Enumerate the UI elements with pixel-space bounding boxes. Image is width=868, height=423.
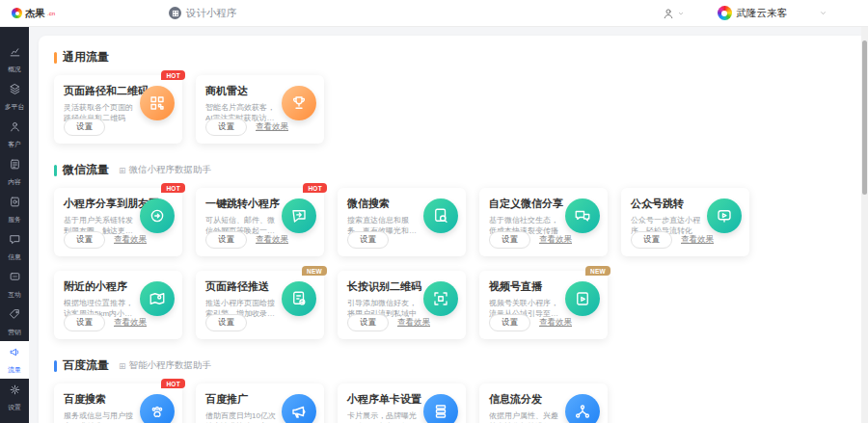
app-label: 设计小程序 (186, 7, 237, 20)
card-actions: 设置查看效果 (64, 231, 147, 249)
sidebar-item-overview[interactable]: 概况 (0, 40, 29, 78)
sidebar-item-settings[interactable]: 设置 (0, 379, 29, 416)
hot-badge: HOT (161, 379, 185, 388)
video-live-icon (565, 281, 600, 316)
sidebar-item-label: 概况 (8, 65, 21, 73)
sidebar-item-platforms[interactable]: 多平台 (0, 78, 29, 116)
section-accent-bar (54, 52, 57, 64)
scrollbar-thumb[interactable] (862, 40, 867, 195)
view-effect-link[interactable]: 查看效果 (681, 234, 714, 246)
card-actions: 设置查看效果 (205, 231, 288, 249)
account-switcher[interactable]: 武隆云来客 (718, 6, 828, 20)
layers-icon (9, 82, 21, 99)
settings-button[interactable]: 设置 (631, 231, 672, 249)
sidebar-item-services[interactable]: 服务 (0, 191, 29, 228)
moments-share-icon (140, 198, 175, 233)
paw-icon (140, 394, 175, 423)
settings-button[interactable]: 设置 (205, 231, 247, 249)
tag-icon (9, 307, 21, 325)
section-header: 百度流量⊞智能小程序数据助手 (54, 357, 846, 374)
logo-icon (12, 8, 22, 18)
hot-badge: HOT (303, 183, 327, 193)
new-badge: NEW (302, 266, 327, 276)
user-icon (9, 119, 21, 137)
gear-icon (9, 383, 21, 400)
wechat-share-icon (565, 198, 600, 233)
sections: 通用流量HOT页面路径和二维码灵活获取各个页面的路径信息和二维码设置商机雷达智能… (54, 49, 846, 423)
feature-card: 自定义微信分享基于微信社交生态，低成本快速裂变传播设置查看效果 (479, 188, 608, 256)
card-actions: 设置查看效果 (489, 314, 572, 331)
section-title: 通用流量 (63, 49, 109, 66)
settings-button[interactable]: 设置 (64, 314, 105, 331)
card-actions: 设置 (64, 119, 105, 136)
view-effect-link[interactable]: 查看效果 (256, 234, 288, 246)
section-helper-link[interactable]: ⊞微信小程序数据助手 (119, 164, 211, 176)
view-effect-link[interactable]: 查看效果 (114, 234, 147, 246)
chevron-down-icon (819, 9, 827, 17)
feature-card: NEW视频号直播视频号关联小程序，流量从公域引导至私域设置查看效果 (479, 271, 608, 339)
message-icon (9, 232, 21, 250)
top-header: 杰果 .cn 设计小程序 武隆云来客 (0, 0, 868, 27)
view-effect-link[interactable]: 查看效果 (539, 234, 572, 246)
megaphone-icon (9, 345, 21, 362)
card-actions: 设置 (347, 231, 389, 249)
sidebar-item-label: 流量 (8, 365, 21, 374)
settings-button[interactable]: 设置 (64, 119, 105, 136)
settings-button[interactable]: 设置 (347, 231, 389, 249)
qr-code-icon (140, 86, 175, 120)
view-effect-link[interactable]: 查看效果 (539, 317, 572, 329)
settings-button[interactable]: 设置 (347, 314, 389, 331)
qr-scan-icon (423, 281, 458, 316)
doc-push-icon (282, 281, 316, 316)
section-accent-bar (54, 165, 57, 176)
user-menu[interactable] (662, 7, 685, 20)
settings-button[interactable]: 设置 (205, 314, 247, 331)
view-effect-link[interactable]: 查看效果 (397, 317, 430, 329)
view-effect-link[interactable]: 查看效果 (256, 121, 288, 133)
hot-badge: HOT (161, 70, 185, 80)
sidebar-item-messages[interactable]: 信息 (0, 228, 29, 266)
settings-button[interactable]: 设置 (489, 314, 530, 331)
settings-button[interactable]: 设置 (489, 231, 530, 249)
interaction-icon (9, 270, 21, 287)
vertical-scrollbar[interactable] (861, 27, 868, 423)
feature-card: HOT一键跳转小程序可从短信、邮件、微信外网页等唤起一键跳转至小程序设置查看效果 (196, 188, 324, 256)
card-actions: 设置查看效果 (631, 231, 714, 249)
feature-card: 信息流分发依据用户属性、兴趣等个性化标签进行精准分发设置查看效果 (479, 383, 608, 423)
sidebar-item-interact[interactable]: 互动 (0, 266, 29, 304)
app-logo[interactable]: 杰果 .cn (12, 7, 55, 20)
settings-button[interactable]: 设置 (64, 231, 105, 249)
miniprogram-grid-icon (169, 7, 181, 19)
sidebar-item-label: 信息 (8, 252, 21, 261)
card-actions: 设置查看效果 (205, 119, 288, 136)
sidebar-item-label: 服务 (8, 215, 21, 224)
mini-grid-icon: ⊞ (119, 361, 126, 371)
mini-grid-icon: ⊞ (119, 166, 126, 175)
section-helper-link[interactable]: ⊞智能小程序数据助手 (119, 359, 211, 372)
sidebar-item-content[interactable]: 内容 (0, 153, 29, 191)
main-panel: 通用流量HOT页面路径和二维码灵活获取各个页面的路径信息和二维码设置商机雷达智能… (39, 36, 861, 423)
sidebar-item-label: 多平台 (5, 102, 24, 111)
feature-card: 小程序单卡设置卡片展示，品牌曝光强劲，服务交互便捷，一键直达设置查看效果 (338, 383, 466, 423)
sidebar-item-label: 内容 (8, 177, 21, 186)
sidebar-item-traffic[interactable]: 流量 (0, 341, 29, 379)
section-helper-label: 微信小程序数据助手 (129, 164, 212, 176)
link-jump-icon (282, 198, 316, 233)
feature-card: 长按识别二维码引导添加微信好友，将用户引流到私域中设置查看效果 (338, 271, 466, 339)
section-header: 通用流量 (54, 49, 846, 66)
sidebar-item-marketing[interactable]: 营销 (0, 304, 29, 341)
section-helper-label: 智能小程序数据助手 (129, 359, 212, 372)
service-icon (9, 195, 21, 212)
new-badge: NEW (585, 266, 610, 276)
logo-text: 杰果 (25, 7, 44, 20)
card-actions: 设置 (205, 314, 247, 331)
view-effect-link[interactable]: 查看效果 (114, 317, 147, 329)
settings-button[interactable]: 设置 (205, 119, 247, 136)
card-actions: 设置查看效果 (64, 314, 147, 331)
logo-suffix: .cn (47, 11, 55, 16)
design-miniprogram-entry[interactable]: 设计小程序 (169, 7, 237, 20)
sidebar-item-customers[interactable]: 客户 (0, 116, 29, 153)
trophy-icon (282, 86, 316, 120)
account-name: 武隆云来客 (737, 7, 788, 20)
feature-card: HOT百度搜索服务或信息与用户搜索需求精准匹配，深度转化用户设置查看效果 (54, 383, 182, 423)
